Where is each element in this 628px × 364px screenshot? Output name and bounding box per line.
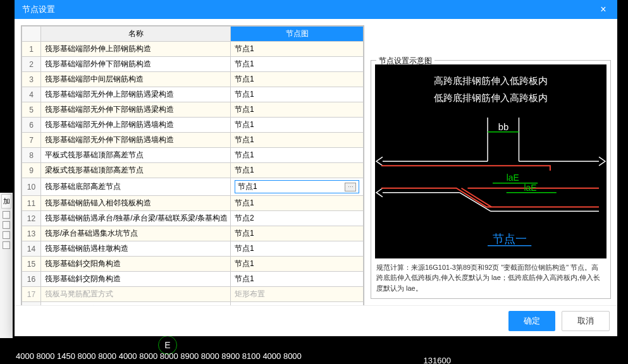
row-number: 13	[22, 226, 41, 241]
name-cell[interactable]: 筏形基础端部外伸上部钢筋构造	[41, 42, 231, 57]
table-row[interactable]: 7筏形基础端部无外伸下部钢筋遇墙构造节点1	[22, 133, 364, 148]
checkbox-opt2[interactable]	[3, 221, 10, 229]
node-cell[interactable]: 节点1	[231, 72, 364, 87]
bb-label: bb	[498, 122, 509, 132]
checkbox-opt1[interactable]	[3, 211, 10, 219]
name-cell[interactable]: 筏形基础端部无外伸上部钢筋遇墙构造	[41, 118, 231, 133]
table-row[interactable]: 10筏形基础底部高差节点节点1⋯	[22, 178, 364, 196]
checkbox-opt4[interactable]	[3, 241, 10, 249]
svg-line-6	[460, 193, 491, 212]
name-header[interactable]: 名称	[41, 27, 231, 42]
node-cell[interactable]: 节点1	[231, 163, 364, 178]
name-cell[interactable]: 筏形基础端部无外伸上部钢筋遇梁构造	[41, 87, 231, 102]
row-number: 17	[22, 287, 41, 302]
name-cell[interactable]: 筏形基础钢筋锚入相邻筏板构造	[41, 196, 231, 211]
table-row[interactable]: 4筏形基础端部无外伸上部钢筋遇梁构造节点1	[22, 87, 364, 102]
table-row[interactable]: 8平板式筏形基础顶部高差节点节点1	[22, 148, 364, 163]
row-number: 6	[22, 118, 41, 133]
name-cell[interactable]: 筏形基础斜交阴角构造	[41, 272, 231, 287]
diagram-canvas: 高跨底排钢筋伸入低跨板内 低跨底排钢筋伸入高跨板内 bb	[375, 64, 606, 258]
name-cell[interactable]: 筏形基础底部高差节点	[41, 178, 231, 196]
name-cell[interactable]: 筏形基础钢筋遇承台/独基/承台梁/基础联系梁/条基构造	[41, 211, 231, 226]
row-number: 5	[22, 102, 41, 118]
row-number: 2	[22, 57, 41, 72]
table-row[interactable]: 1筏形基础端部外伸上部钢筋构造节点1	[22, 42, 364, 57]
table-row[interactable]: 15筏形基础斜交阳角构造节点1	[22, 257, 364, 272]
preview-group: 节点设置示意图 高跨底排钢筋伸入低跨板内 低跨底排钢筋伸入高跨板内 bb	[371, 60, 611, 299]
name-cell[interactable]: 筏形基础端部无外伸下部钢筋遇梁构造	[41, 102, 231, 118]
node-cell[interactable]: 节点1	[231, 118, 364, 133]
table-row[interactable]: 11筏形基础钢筋锚入相邻筏板构造节点1	[22, 196, 364, 211]
name-cell[interactable]: 筏形基础斜交阳角构造	[41, 257, 231, 272]
node-cell[interactable]: 节点1	[231, 87, 364, 102]
row-number: 1	[22, 42, 41, 57]
row-number: 12	[22, 211, 41, 226]
dialog-title-text: 节点设置	[22, 4, 55, 15]
row-number: 14	[22, 241, 41, 257]
node-grid[interactable]: 名称 节点图 1筏形基础端部外伸上部钢筋构造节点12筏形基础端部外伸下部钢筋构造…	[21, 25, 364, 305]
cancel-button[interactable]: 取消	[562, 311, 610, 331]
table-row[interactable]: 17筏板马凳筋配置方式矩形布置	[22, 287, 364, 302]
table-row[interactable]: 3筏形基础端部中间层钢筋构造节点1	[22, 72, 364, 87]
dialog-footer: 确定 取消	[15, 305, 617, 336]
node-cell[interactable]: 节点1	[231, 42, 364, 57]
node-cell[interactable]: 节点1	[231, 257, 364, 272]
row-number: 4	[22, 87, 41, 102]
add-button[interactable]: 加	[1, 194, 11, 209]
side-panel: 加	[0, 193, 13, 338]
node-cell-value: 节点1	[238, 181, 257, 192]
node-cell[interactable]: 节点1	[231, 196, 364, 211]
node-cell[interactable]: 节点2	[231, 211, 364, 226]
node-cell[interactable]: 节点1	[231, 133, 364, 148]
table-row[interactable]: 9梁板式筏形基础顶部高差节点节点1	[22, 163, 364, 178]
rownum-header	[22, 27, 41, 42]
checkbox-opt3[interactable]	[3, 231, 10, 239]
row-number: 16	[22, 272, 41, 287]
node-settings-dialog: 节点设置 × 名称 节点图 1筏形基础端部外伸上部钢筋构造节点12筏形基础端部外…	[15, 0, 617, 336]
close-icon[interactable]: ×	[597, 4, 610, 15]
node-cell[interactable]: 节点1⋯	[231, 178, 364, 196]
name-cell[interactable]: 筏形基础端部中间层钢筋构造	[41, 72, 231, 87]
node-header[interactable]: 节点图	[231, 27, 364, 42]
node-cell[interactable]: 节点1	[231, 272, 364, 287]
name-cell[interactable]: 筏形/承台基础遇集水坑节点	[41, 226, 231, 241]
row-number: 8	[22, 148, 41, 163]
row-number: 10	[22, 178, 41, 196]
table-row[interactable]: 12筏形基础钢筋遇承台/独基/承台梁/基础联系梁/条基构造节点2	[22, 211, 364, 226]
table-row[interactable]: 13筏形/承台基础遇集水坑节点节点1	[22, 226, 364, 241]
laE-label-2: laE	[524, 183, 536, 193]
row-number: 15	[22, 257, 41, 272]
row-number: 3	[22, 72, 41, 87]
table-row[interactable]: 2筏形基础端部外伸下部钢筋构造节点1	[22, 57, 364, 72]
bg-ruler: 4000 8000 1450 8000 8000 4000 8000 8000 …	[0, 339, 628, 364]
name-cell[interactable]: 平板式筏形基础顶部高差节点	[41, 148, 231, 163]
name-cell[interactable]: 筏形基础端部外伸下部钢筋构造	[41, 57, 231, 72]
node-cell[interactable]: 节点1	[231, 57, 364, 72]
ok-button[interactable]: 确定	[508, 311, 555, 331]
node-name-label: 节点一	[493, 233, 527, 245]
table-row[interactable]: 5筏形基础端部无外伸下部钢筋遇梁构造节点1	[22, 102, 364, 118]
name-cell[interactable]: 筏形基础钢筋遇柱墩构造	[41, 241, 231, 257]
ellipsis-icon[interactable]: ⋯	[345, 183, 356, 191]
node-cell[interactable]: 节点1	[231, 226, 364, 241]
table-row[interactable]: 14筏形基础钢筋遇柱墩构造节点1	[22, 241, 364, 257]
name-cell[interactable]: 筏板马凳筋配置方式	[41, 287, 231, 302]
row-number: 11	[22, 196, 41, 211]
table-row[interactable]: 6筏形基础端部无外伸上部钢筋遇墙构造节点1	[22, 118, 364, 133]
node-cell[interactable]: 节点1	[231, 102, 364, 118]
node-cell[interactable]: 节点1	[231, 148, 364, 163]
row-number: 9	[22, 163, 41, 178]
row-number: 7	[22, 133, 41, 148]
name-cell[interactable]: 筏形基础端部无外伸下部钢筋遇墙构造	[41, 133, 231, 148]
table-row[interactable]: 16筏形基础斜交阴角构造节点1	[22, 272, 364, 287]
node-cell[interactable]: 节点1	[231, 241, 364, 257]
name-cell[interactable]: 梁板式筏形基础顶部高差节点	[41, 163, 231, 178]
preview-description: 规范计算：来源16G101-3第89页和92页 "变截面部位钢筋构造" 节点。高…	[375, 258, 606, 295]
node-cell[interactable]: 矩形布置	[231, 287, 364, 302]
laE-label-1: laE	[507, 173, 519, 183]
dialog-titlebar: 节点设置 ×	[15, 0, 617, 19]
